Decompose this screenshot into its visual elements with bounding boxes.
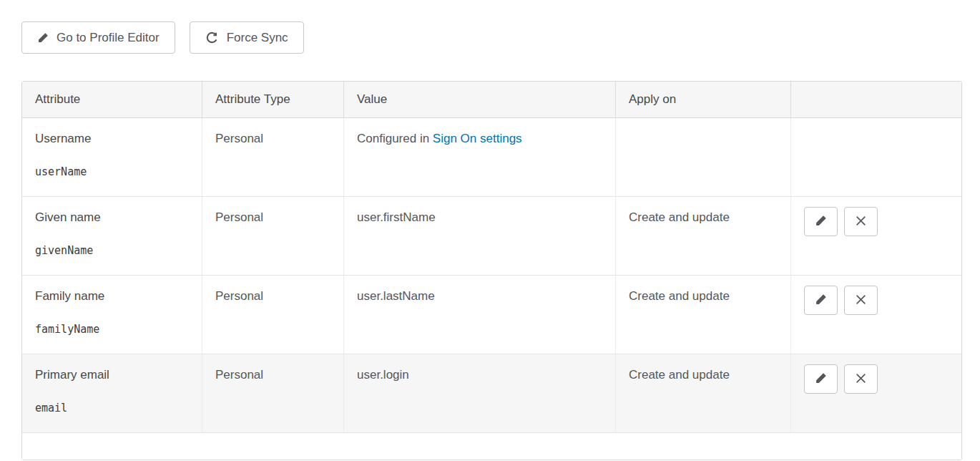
attribute-type-cell: Personal [202, 118, 344, 196]
toolbar: Go to Profile Editor Force Sync [21, 21, 962, 54]
attribute-mappings-page: Go to Profile Editor Force Sync Attribut… [0, 0, 980, 460]
column-header-value: Value [344, 82, 616, 117]
column-header-attribute-type: Attribute Type [202, 82, 344, 117]
edit-attribute-button[interactable] [804, 364, 838, 394]
value-cell: user.firstName [344, 197, 616, 275]
actions-cell [791, 197, 961, 275]
actions-cell [791, 118, 961, 196]
sign-on-settings-link[interactable]: Sign On settings [433, 132, 522, 145]
refresh-icon [205, 31, 219, 44]
attribute-type-cell: Personal [202, 197, 344, 275]
actions-cell [791, 276, 961, 354]
attribute-label: Family name [35, 289, 189, 304]
attribute-cell: Given name givenName [22, 197, 202, 275]
close-icon [856, 294, 866, 307]
attribute-variable-name: email [35, 402, 189, 414]
column-header-apply-on: Apply on [616, 82, 791, 117]
go-to-profile-editor-label: Go to Profile Editor [57, 31, 160, 45]
apply-on-cell: Create and update [616, 276, 791, 354]
table-partial-row [22, 433, 961, 460]
value-cell: Configured in Sign On settings [344, 118, 616, 196]
attribute-cell: Username userName [22, 118, 202, 196]
attribute-variable-name: userName [35, 165, 189, 178]
attribute-variable-name: givenName [35, 244, 189, 257]
value-prefix-text: Configured in [357, 132, 433, 145]
edit-attribute-button[interactable] [804, 207, 838, 236]
value-cell: user.login [344, 354, 616, 432]
apply-on-cell: Create and update [616, 197, 791, 275]
attribute-label: Given name [35, 210, 189, 225]
pencil-icon [815, 293, 827, 308]
table-header-row: Attribute Attribute Type Value Apply on [22, 82, 961, 118]
apply-on-cell [616, 118, 791, 196]
pencil-icon [815, 372, 827, 387]
attribute-mapping-table: Attribute Attribute Type Value Apply on … [21, 81, 962, 460]
apply-on-cell: Create and update [616, 354, 791, 432]
delete-attribute-button[interactable] [844, 207, 878, 236]
value-cell: user.lastName [344, 276, 616, 354]
table-row: Username userName Personal Configured in… [22, 118, 961, 197]
attribute-type-cell: Personal [202, 276, 344, 354]
attribute-variable-name: familyName [35, 323, 189, 336]
table-row: Primary email email Personal user.login … [22, 354, 961, 433]
go-to-profile-editor-button[interactable]: Go to Profile Editor [21, 21, 175, 54]
actions-cell [791, 354, 961, 432]
attribute-type-cell: Personal [202, 354, 344, 432]
delete-attribute-button[interactable] [844, 364, 878, 394]
column-header-actions [791, 82, 961, 117]
table-row: Given name givenName Personal user.first… [22, 197, 961, 276]
delete-attribute-button[interactable] [844, 286, 878, 315]
force-sync-label: Force Sync [227, 31, 288, 45]
force-sync-button[interactable]: Force Sync [190, 21, 304, 54]
pencil-icon [815, 215, 827, 229]
attribute-label: Primary email [35, 368, 189, 382]
close-icon [856, 373, 866, 386]
table-row: Family name familyName Personal user.las… [22, 276, 961, 354]
close-icon [856, 215, 866, 228]
attribute-cell: Family name familyName [22, 276, 202, 354]
edit-attribute-button[interactable] [804, 286, 838, 315]
attribute-label: Username [35, 132, 189, 146]
column-header-attribute: Attribute [22, 82, 202, 117]
attribute-cell: Primary email email [22, 354, 202, 432]
pencil-icon [37, 32, 49, 44]
